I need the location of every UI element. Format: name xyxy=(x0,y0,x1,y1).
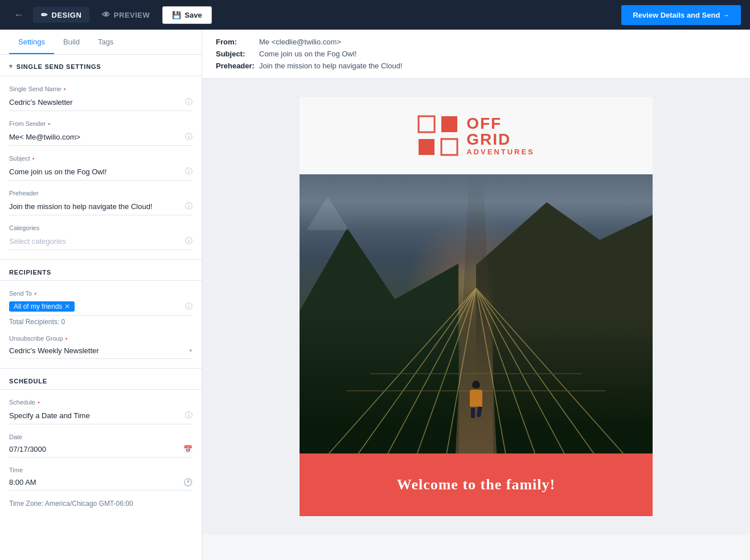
from-value: Me <cledlie@twilio.com> xyxy=(259,38,341,46)
logo-svg xyxy=(417,115,458,156)
preheader-value[interactable]: Join the mission to help navigate the Cl… xyxy=(9,199,192,215)
schedule-label: Schedule • xyxy=(9,399,192,406)
send-to-value[interactable]: All of my friends ✕ ⓘ xyxy=(9,299,192,316)
chevron-icon: ▾ xyxy=(9,63,13,70)
svg-line-9 xyxy=(476,288,623,453)
time-field: Time 8:00 AM 🕐 xyxy=(9,467,192,490)
svg-rect-0 xyxy=(419,116,435,132)
info-icon[interactable]: ⓘ xyxy=(185,132,192,142)
subject-value[interactable]: Come join us on the Fog Owl! ⓘ xyxy=(9,164,192,181)
date-value[interactable]: 07/17/3000 📅 xyxy=(9,443,192,457)
welcome-banner: Welcome to the family! xyxy=(300,453,653,516)
categories-field: Categories Select categories ⓘ xyxy=(9,224,192,250)
timezone-value: Time Zone: America/Chicago GMT-06:00 xyxy=(9,500,192,508)
info-icon[interactable]: ⓘ xyxy=(185,166,192,177)
schedule-field: Schedule • Specify a Date and Time ⓘ xyxy=(9,399,192,424)
single-send-name-field: Single Send Name • Cedric's Newsletter ⓘ xyxy=(9,85,192,111)
single-send-section-header[interactable]: ▾ SINGLE SEND SETTINGS xyxy=(0,55,202,76)
back-button[interactable]: ← xyxy=(9,7,28,23)
svg-line-13 xyxy=(476,288,506,453)
unsubscribe-group-field: Unsubscribe Group • Cedric's Weekly News… xyxy=(9,335,192,359)
from-sender-value[interactable]: Me< Me@twilio.com> ⓘ xyxy=(9,129,192,146)
required-indicator: • xyxy=(65,335,68,342)
logo-grid: GRID xyxy=(466,130,511,148)
tag-label: All of my friends xyxy=(14,303,62,310)
time-value[interactable]: 8:00 AM 🕐 xyxy=(9,476,192,490)
main-layout: Settings Build Tags ▾ SINGLE SEND SETTIN… xyxy=(0,30,750,560)
welcome-text: Welcome to the family! xyxy=(313,476,639,493)
required-indicator: • xyxy=(38,399,40,406)
info-icon[interactable]: ⓘ xyxy=(185,97,192,107)
date-label: Date xyxy=(9,434,192,440)
timezone-field: Time Zone: America/Chicago GMT-06:00 xyxy=(9,500,192,508)
pencil-icon: ✏ xyxy=(41,10,48,19)
save-label: Save xyxy=(185,11,202,19)
panel-tabs: Settings Build Tags xyxy=(0,30,202,55)
time-label: Time xyxy=(9,467,192,473)
from-sender-field: From Sender • Me< Me@twilio.com> ⓘ xyxy=(9,120,192,146)
email-preview-area: OFF GRID ADVENTURES xyxy=(202,79,750,534)
categories-label: Categories xyxy=(9,224,192,231)
required-indicator: • xyxy=(64,85,66,92)
unsubscribe-group-dropdown[interactable]: Cedric's Weekly Newsletter ▾ xyxy=(9,344,192,359)
svg-rect-3 xyxy=(441,139,457,155)
svg-line-12 xyxy=(476,288,535,453)
from-label: From: xyxy=(216,38,256,46)
person-silhouette xyxy=(468,381,484,412)
preheader-row: Preheader: Join the mission to help navi… xyxy=(216,62,736,70)
svg-line-4 xyxy=(329,288,476,453)
date-field: Date 07/17/3000 📅 xyxy=(9,434,192,457)
person-head xyxy=(472,381,480,389)
tag-remove-button[interactable]: ✕ xyxy=(64,303,70,310)
eye-icon: 👁 xyxy=(102,10,110,19)
from-sender-label: From Sender • xyxy=(9,120,192,127)
email-logo-area: OFF GRID ADVENTURES xyxy=(300,97,653,174)
single-send-form: Single Send Name • Cedric's Newsletter ⓘ… xyxy=(0,76,202,259)
preheader-label: Preheader xyxy=(9,190,192,197)
tab-build[interactable]: Build xyxy=(54,30,89,54)
single-send-name-label: Single Send Name • xyxy=(9,85,192,92)
schedule-form: Schedule • Specify a Date and Time ⓘ Dat… xyxy=(0,390,202,517)
clock-icon[interactable]: 🕐 xyxy=(183,478,192,487)
brand-logo: OFF GRID ADVENTURES xyxy=(417,115,535,156)
svg-line-8 xyxy=(446,288,476,453)
info-icon[interactable]: ⓘ xyxy=(185,201,192,211)
svg-line-7 xyxy=(417,288,476,453)
email-body: OFF GRID ADVENTURES xyxy=(300,97,653,516)
logo-off: OFF xyxy=(466,116,502,132)
hero-image xyxy=(300,174,653,453)
review-and-send-button[interactable]: Review Details and Send → xyxy=(621,5,741,25)
logo-adventures: ADVENTURES xyxy=(466,148,535,156)
review-and-send-label: Review Details and Send → xyxy=(633,11,729,19)
total-recipients: Total Recipients: 0 xyxy=(9,318,192,326)
info-icon[interactable]: ⓘ xyxy=(185,301,192,312)
svg-rect-2 xyxy=(419,139,435,155)
single-send-section-title: SINGLE SEND SETTINGS xyxy=(17,63,101,70)
top-navigation: ← ✏ DESIGN 👁 PREVIEW 💾 Save Review Detai… xyxy=(0,0,750,30)
recipient-tag[interactable]: All of my friends ✕ xyxy=(9,301,75,312)
tab-tags[interactable]: Tags xyxy=(89,30,122,54)
calendar-icon[interactable]: 📅 xyxy=(183,445,192,453)
design-tab[interactable]: ✏ DESIGN xyxy=(33,7,89,23)
single-send-name-value[interactable]: Cedric's Newsletter ⓘ xyxy=(9,95,192,111)
info-icon[interactable]: ⓘ xyxy=(185,410,192,420)
schedule-value[interactable]: Specify a Date and Time ⓘ xyxy=(9,408,192,424)
svg-line-11 xyxy=(476,288,564,453)
recipients-section-title: RECIPIENTS xyxy=(0,260,202,280)
svg-line-10 xyxy=(476,288,594,453)
required-indicator: • xyxy=(34,290,36,297)
person-body xyxy=(470,390,482,407)
subject-row: Subject: Come join us on the Fog Owl! xyxy=(216,50,736,58)
required-indicator: • xyxy=(48,120,50,127)
svg-line-6 xyxy=(388,288,476,453)
subject-label: Subject • xyxy=(9,155,192,162)
send-to-field: Send To • All of my friends ✕ ⓘ Total Re… xyxy=(9,290,192,326)
save-button[interactable]: 💾 Save xyxy=(162,6,211,24)
tab-settings[interactable]: Settings xyxy=(9,30,54,54)
preview-tab[interactable]: 👁 PREVIEW xyxy=(94,7,158,23)
svg-line-5 xyxy=(358,288,476,453)
info-icon[interactable]: ⓘ xyxy=(185,236,192,246)
recipients-form: Send To • All of my friends ✕ ⓘ Total Re… xyxy=(0,281,202,368)
preheader-field: Preheader Join the mission to help navig… xyxy=(9,190,192,215)
categories-value[interactable]: Select categories ⓘ xyxy=(9,234,192,250)
